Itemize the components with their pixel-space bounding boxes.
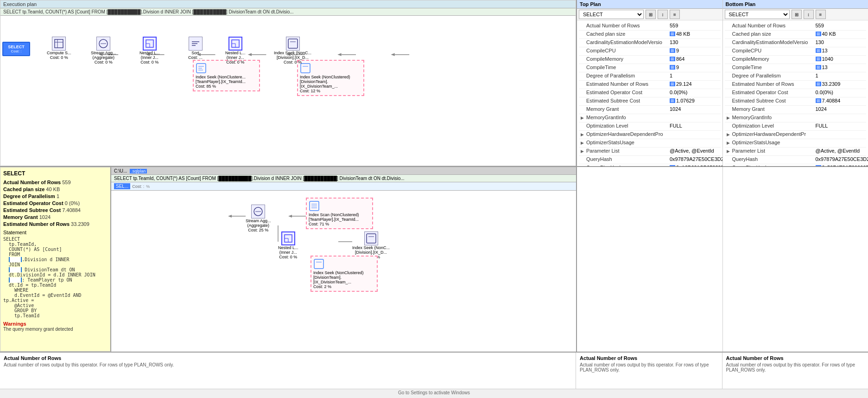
tooltip-panel: SELECT Actual Number of Rows 559 Cached … bbox=[0, 167, 111, 352]
memory-grant2-label: Memory Grant bbox=[732, 106, 816, 112]
bottom-select-percent: % bbox=[146, 184, 150, 189]
est-subtree-value: ⊞ 1.07629 bbox=[670, 98, 719, 103]
expand-icon13 bbox=[581, 123, 586, 124]
prop-compile-cpu: CompileCPU ⊞ 9 bbox=[579, 47, 721, 56]
select-node-box[interactable]: SELECT Cost: : bbox=[2, 42, 30, 56]
nested-l1-label: Nested L... bbox=[139, 51, 160, 55]
expand2-icon9 bbox=[727, 90, 732, 90]
exec-plan-title: Execution plan bbox=[3, 1, 37, 7]
nested-loop2-node[interactable]: Nested L... (Inner J... Cost: 0 % bbox=[225, 37, 246, 64]
bottom-canvas[interactable]: Stream Agg... (Aggregate) Cost: 25 % Ind… bbox=[111, 191, 576, 352]
actual-rows-label: Actual Number of Rows bbox=[586, 23, 670, 28]
bottom-plan-btn3[interactable]: ≡ bbox=[816, 10, 826, 19]
prop-opt-stats[interactable]: ▶ OptimizerStatsUsage bbox=[579, 139, 721, 148]
expand-icon12: ▶ bbox=[581, 115, 586, 120]
prop2-opt-stats[interactable]: ▶ OptimizerStatsUsage bbox=[725, 139, 867, 148]
nested-l1-cost: Cost: 0 % bbox=[139, 60, 160, 64]
bottom-plan-btn1[interactable]: ⊞ bbox=[792, 10, 802, 19]
sort-node[interactable]: Sort Cost: ... bbox=[188, 37, 203, 60]
tooltip-memory-grant-value: 1024 bbox=[39, 214, 51, 220]
compile-cpu2-label: CompileCPU bbox=[732, 48, 816, 53]
bottom-plan-header: Bottom Plan bbox=[723, 0, 868, 9]
est-subtree2-value: ⊞ 7.40884 bbox=[816, 98, 865, 103]
stream-agg2-cost: Cost: 25 % bbox=[246, 228, 271, 232]
est-subtree-label: Estimated Subtree Cost bbox=[586, 98, 670, 103]
prop2-param-list[interactable]: ▶ Parameter List @Active, @EventId bbox=[725, 148, 867, 156]
expand-icon bbox=[581, 23, 586, 24]
tooltip-warnings: Warnings The query memory grant detected bbox=[3, 321, 108, 332]
cached-plan2-icon: ⊞ bbox=[816, 32, 821, 36]
est-rows-icon: ⊞ bbox=[670, 82, 675, 86]
nested-l1-sub: (Inner J... bbox=[139, 55, 160, 60]
select-node[interactable]: SELECT Cost: : bbox=[2, 42, 34, 56]
nested-l2-cost: Cost: 0 % bbox=[225, 60, 246, 64]
tooltip-cached-plan-label: Cached plan size bbox=[3, 186, 44, 192]
top-plan-select[interactable]: SELECT bbox=[579, 10, 644, 19]
prop-parallelism: Degree of Parallelism 1 bbox=[579, 72, 721, 81]
compile-memory2-icon: ⊞ bbox=[816, 57, 821, 61]
index-seek-tp-box[interactable]: Index Seek (NonClustere... [TeamPlayer].… bbox=[193, 60, 260, 91]
tooltip-cached-plan-value: 40 KB bbox=[46, 186, 60, 192]
prop-opt-level: Optimization Level FULL bbox=[579, 122, 721, 131]
expand2-icon18 bbox=[727, 165, 732, 166]
prop2-est-subtree: Estimated Subtree Cost ⊞ 7.40884 bbox=[725, 97, 867, 106]
prop-opt-hw[interactable]: ▶ OptimizerHardwareDependentPro bbox=[579, 131, 721, 139]
info-actual-rows-title3: Actual Number of Rows bbox=[726, 355, 865, 361]
opt-hw2-label: OptimizerHardwareDependentPr bbox=[732, 131, 816, 137]
param-list-value: @Active, @EventId bbox=[670, 148, 719, 154]
tooltip-warnings-text: The query memory grant detected bbox=[3, 327, 108, 332]
compute-scalar-node[interactable]: Compute S... Cost: 0 % bbox=[47, 37, 71, 60]
est-rows-value: ⊞ 29.124 bbox=[670, 81, 719, 87]
bottom-plan-select[interactable]: SELECT bbox=[725, 10, 790, 19]
index-scan-box[interactable]: Index Scan (NonClustered) [TeamPlayer].[… bbox=[306, 198, 373, 229]
prop-memory-grant: Memory Grant 1024 bbox=[579, 106, 721, 114]
est-op-cost-label: Estimated Operator Cost bbox=[586, 90, 670, 95]
est-rows2-value: ⊞ 33.2309 bbox=[816, 81, 865, 87]
nested-loop-bottom-node[interactable]: Nested L... (Inner J... Cost: 0 % bbox=[278, 231, 298, 259]
index-seek-div-label: Index Seek (NonClustered) bbox=[300, 75, 361, 79]
top-plan-btn1[interactable]: ⊞ bbox=[646, 10, 656, 19]
index-scan-cost: Cost: 71 % bbox=[309, 222, 370, 226]
bottom-plan-panel3 bbox=[723, 167, 868, 352]
top-plan-btn2[interactable]: ↕ bbox=[658, 10, 668, 19]
top-section: Execution plan SELECT tp.TeamId, COUNT(*… bbox=[0, 0, 868, 167]
prop2-actual-rows: Actual Number of Rows 559 bbox=[725, 22, 867, 31]
est-subtree-icon: ⊞ bbox=[670, 98, 675, 103]
prop2-opt-hw[interactable]: ▶ OptimizerHardwareDependentPr bbox=[725, 131, 867, 139]
top-plan-content: Actual Number of Rows 559 Cached plan si… bbox=[577, 20, 722, 166]
est-subtree2-label: Estimated Subtree Cost bbox=[732, 98, 816, 103]
index-scan-label: Index Scan (NonClustered) bbox=[309, 212, 370, 217]
info-actual-rows-title: Actual Number of Rows bbox=[4, 355, 572, 361]
prop-cached-plan: Cached plan size ⊞ 48 KB bbox=[579, 31, 721, 39]
file-ext: .sqlplan bbox=[130, 169, 147, 173]
opt-hw-label: OptimizerHardwareDependentPro bbox=[586, 131, 670, 137]
tooltip-est-subtree-label: Estimated Subtree Cost bbox=[3, 207, 61, 213]
est-op-cost-value: 0.0(0%) bbox=[670, 90, 719, 95]
expand-icon18 bbox=[581, 165, 586, 166]
parallelism2-label: Degree of Parallelism bbox=[732, 73, 816, 78]
prop2-memory-grant-info[interactable]: ▶ MemoryGrantInfo bbox=[725, 114, 867, 122]
index-seek-div-box[interactable]: Index Seek (NonClustered) [DivisionTeam]… bbox=[297, 60, 364, 96]
stmt-table2: ████ bbox=[9, 267, 22, 272]
prop-param-list[interactable]: ▶ Parameter List @Active, @EventId bbox=[579, 148, 721, 156]
nested-loop1-node[interactable]: Nested L... (Inner J... Cost: 0 % bbox=[139, 37, 160, 64]
memory-grant2-value: 1024 bbox=[816, 106, 865, 112]
index-seek-dt2-box[interactable]: Index Seek (NonClustered) [DivisionTeam]… bbox=[310, 256, 378, 292]
prop2-compile-time: CompileTime ⊞ 13 bbox=[725, 64, 867, 72]
exec-plan-canvas[interactable]: SELECT Cost: : Compute S... Cost: 0 % bbox=[0, 16, 576, 161]
expand2-icon16: ▶ bbox=[727, 148, 732, 154]
index-seek-div2-label: Index Seek (NonC... bbox=[352, 245, 390, 250]
est-rows2-label: Estimated Number of Rows bbox=[732, 81, 816, 87]
stream-agg-node[interactable]: Stream Agg... (Aggregate) Cost: 0 % bbox=[91, 37, 116, 64]
prop-memory-grant-info[interactable]: ▶ MemoryGrantInfo bbox=[579, 114, 721, 122]
expand-icon17 bbox=[581, 156, 586, 157]
index-seek-div2-sub: [Division].[IX_D... bbox=[352, 250, 390, 255]
cached-plan-icon: ⊞ bbox=[670, 32, 675, 36]
expand2-icon15: ▶ bbox=[727, 140, 732, 145]
prop2-compile-memory: CompileMemory ⊞ 1040 bbox=[725, 56, 867, 64]
bottom-plan-btn2[interactable]: ↕ bbox=[804, 10, 814, 19]
top-plan-btn3[interactable]: ≡ bbox=[670, 10, 680, 19]
stream-agg-bottom-node[interactable]: Stream Agg... (Aggregate) Cost: 25 % bbox=[246, 205, 271, 232]
index-seek-div2-node[interactable]: Index Seek (NonC... [Division].[IX_D... … bbox=[352, 231, 390, 259]
index-seek-noc-node[interactable]: Index Seek (NonC... [Division].[IX_D... … bbox=[274, 37, 311, 64]
